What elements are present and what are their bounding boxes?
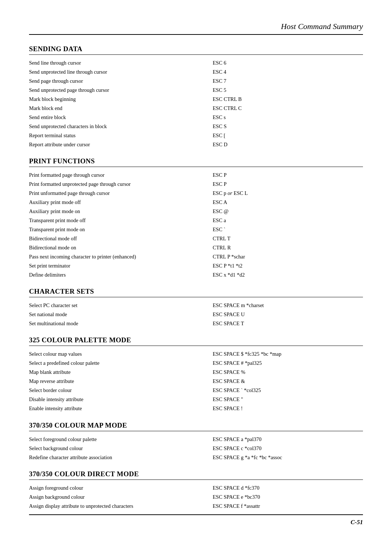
command-code: CTRL R <box>213 243 363 252</box>
command-name: Send unprotected page through cursor <box>29 86 213 95</box>
command-code: CTRL P *schar <box>213 252 363 261</box>
command-code: ESC A <box>213 198 363 207</box>
command-name: Set multinational mode <box>29 319 213 328</box>
table-row: Select colour map valuesESC SPACE $ *fc3… <box>29 350 363 359</box>
command-code: ESC SPACE e *bc370 <box>213 493 363 502</box>
command-code: ESC SPACE U <box>213 310 363 319</box>
command-code: ESC SPACE a *pal370 <box>213 435 363 444</box>
command-name: Redefine character attribute association <box>29 453 213 462</box>
section-title-character-sets: Character Sets <box>29 287 363 297</box>
command-code: ESC SPACE $ *fc325 *bc *map <box>213 350 363 359</box>
command-code: ESC SPACE m *charset <box>213 301 363 310</box>
table-row: Report attribute under cursorESC D <box>29 140 363 149</box>
command-code: ESC P <box>213 180 363 189</box>
table-row: Send unprotected line through cursorESC … <box>29 68 363 77</box>
table-row: Set print terminatorESC P *t1 *t2 <box>29 261 363 270</box>
command-name: Map blank attribute <box>29 368 213 377</box>
command-name: Send entire block <box>29 113 213 122</box>
table-row: Set multinational modeESC SPACE T <box>29 319 363 328</box>
table-row: Map reverse attributeESC SPACE & <box>29 377 363 386</box>
table-row: Send line through cursorESC 6 <box>29 58 363 68</box>
table-row: Send unprotected characters in blockESC … <box>29 122 363 131</box>
command-table-colour-palette-mode: Select colour map valuesESC SPACE $ *fc3… <box>29 350 363 413</box>
command-code: ESC CTRL B <box>213 95 363 104</box>
section-sending-data: Sending DataSend line through cursorESC … <box>29 45 363 149</box>
table-row: Transparent print mode offESC a <box>29 216 363 225</box>
section-colour-map-mode: 370/350 Colour Map ModeSelect foreground… <box>29 421 363 462</box>
table-row: Send unprotected page through cursorESC … <box>29 86 363 95</box>
command-code: ESC SPACE # *pal325 <box>213 359 363 368</box>
command-name: Print formatted page through cursor <box>29 171 213 180</box>
table-row: Select border colourESC SPACE ` *col325 <box>29 386 363 395</box>
command-name: Bidirectional mode off <box>29 234 213 243</box>
command-name: Set print terminator <box>29 261 213 270</box>
table-row: Report terminal statusESC [ <box>29 131 363 140</box>
command-code: ESC a <box>213 216 363 225</box>
command-name: Select colour map values <box>29 350 213 359</box>
section-print-functions: Print FunctionsPrint formatted page thro… <box>29 157 363 279</box>
command-code: ESC SPACE T <box>213 319 363 328</box>
page-header: Host Command Summary <box>29 22 363 35</box>
command-name: Bidirectional mode on <box>29 243 213 252</box>
command-code: ESC SPACE & <box>213 377 363 386</box>
command-code: ESC SPACE " <box>213 395 363 404</box>
command-name: Assign background colour <box>29 493 213 502</box>
command-name: Transparent print mode on <box>29 225 213 234</box>
command-code: ESC SPACE % <box>213 368 363 377</box>
command-name: Select PC character set <box>29 301 213 310</box>
command-name: Select foreground colour palette <box>29 435 213 444</box>
section-title-colour-direct-mode: 370/350 Colour Direct Mode <box>29 470 363 480</box>
command-code: ESC [ <box>213 131 363 140</box>
command-name: Send line through cursor <box>29 58 213 68</box>
section-title-colour-palette-mode: 325 Colour Palette Mode <box>29 336 363 346</box>
table-row: Assign display attribute to unprotected … <box>29 502 363 511</box>
command-code: ESC S <box>213 122 363 131</box>
section-colour-palette-mode: 325 Colour Palette ModeSelect colour map… <box>29 336 363 413</box>
table-row: Bidirectional mode onCTRL R <box>29 243 363 252</box>
table-row: Map blank attributeESC SPACE % <box>29 368 363 377</box>
table-row: Select foreground colour paletteESC SPAC… <box>29 435 363 444</box>
command-table-colour-map-mode: Select foreground colour paletteESC SPAC… <box>29 435 363 462</box>
command-name: Assign foreground colour <box>29 483 213 493</box>
command-code: ESC SPACE d *fc370 <box>213 483 363 493</box>
table-row: Disable intensity attributeESC SPACE " <box>29 395 363 404</box>
command-name: Enable intensity attribute <box>29 404 213 413</box>
command-code: ESC SPACE c *col370 <box>213 444 363 453</box>
page-number: C-51 <box>351 519 363 526</box>
header-title: Host Command Summary <box>281 22 363 31</box>
section-title-print-functions: Print Functions <box>29 157 363 167</box>
command-code: ESC D <box>213 140 363 149</box>
command-code: ESC 5 <box>213 86 363 95</box>
command-code: ESC 6 <box>213 58 363 68</box>
command-name: Select border colour <box>29 386 213 395</box>
table-row: Assign background colourESC SPACE e *bc3… <box>29 493 363 502</box>
table-row: Print formatted unprotected page through… <box>29 180 363 189</box>
command-name: Auxiliary print mode on <box>29 207 213 216</box>
command-table-print-functions: Print formatted page through cursorESC P… <box>29 171 363 279</box>
section-title-sending-data: Sending Data <box>29 45 363 55</box>
section-title-colour-map-mode: 370/350 Colour Map Mode <box>29 421 363 431</box>
page: Host Command Summary Sending DataSend li… <box>0 0 392 540</box>
table-row: Print formatted page through cursorESC P <box>29 171 363 180</box>
table-row: Define delimitersESC x *d1 *d2 <box>29 270 363 279</box>
command-name: Assign display attribute to unprotected … <box>29 502 213 511</box>
command-table-character-sets: Select PC character setESC SPACE m *char… <box>29 301 363 328</box>
table-row: Auxiliary print mode offESC A <box>29 198 363 207</box>
sections-container: Sending DataSend line through cursorESC … <box>29 45 363 511</box>
table-row: Redefine character attribute association… <box>29 453 363 462</box>
command-code: ESC 7 <box>213 77 363 86</box>
command-code: ESC CTRL C <box>213 104 363 113</box>
table-row: Send page through cursorESC 7 <box>29 77 363 86</box>
command-table-colour-direct-mode: Assign foreground colourESC SPACE d *fc3… <box>29 483 363 511</box>
command-code: CTRL T <box>213 234 363 243</box>
command-name: Select a predefined colour palette <box>29 359 213 368</box>
command-code: ESC 4 <box>213 68 363 77</box>
command-table-sending-data: Send line through cursorESC 6Send unprot… <box>29 58 363 149</box>
section-colour-direct-mode: 370/350 Colour Direct ModeAssign foregro… <box>29 470 363 511</box>
command-name: Pass next incoming character to printer … <box>29 252 213 261</box>
command-code: ESC SPACE g *a *fc *bc *assoc <box>213 453 363 462</box>
command-code: ESC SPACE f *assattr <box>213 502 363 511</box>
command-name: Print unformatted page through cursor <box>29 189 213 198</box>
table-row: Auxiliary print mode onESC @ <box>29 207 363 216</box>
table-row: Mark block beginningESC CTRL B <box>29 95 363 104</box>
